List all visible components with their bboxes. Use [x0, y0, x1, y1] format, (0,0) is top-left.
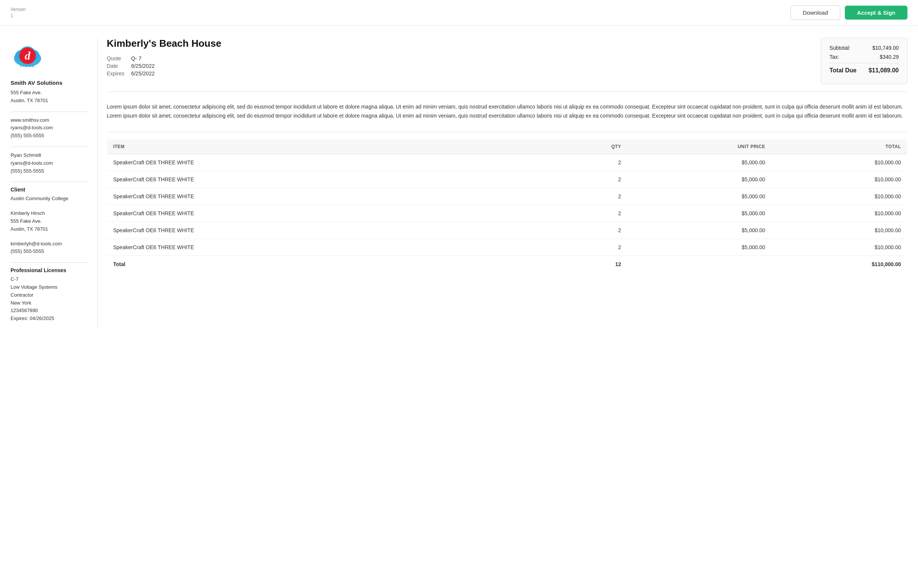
items-table: ITEM QTY UNIT PRICE TOTAL SpeakerCraft O… — [107, 139, 907, 273]
version-info: Version 1 — [11, 6, 26, 19]
address-line2: Austin, TX 78701 — [11, 97, 88, 105]
license-id: C-7 — [11, 276, 88, 283]
client-contact-info: kimberlyh@d-tools.com (555) 555-5555 — [11, 240, 88, 256]
tax-label: Tax: — [829, 54, 839, 60]
version-number: 1 — [11, 13, 26, 19]
doc-title-meta: Kimberly's Beach House Quote Q- 7 Date 6… — [107, 38, 222, 77]
subtotal-value: $10,749.00 — [873, 45, 899, 51]
download-button[interactable]: Download — [790, 5, 841, 20]
table-row: SpeakerCraft OE6 THREE WHITE 2 $5,000.00… — [107, 205, 907, 221]
company-contact: www.smithsv.com ryans@d-tools.com (555) … — [11, 116, 88, 140]
total-qty: 12 — [547, 255, 627, 273]
version-label: Version — [11, 6, 26, 13]
item-total: $10,000.00 — [771, 154, 907, 171]
item-total: $10,000.00 — [771, 171, 907, 188]
col-header-total: TOTAL — [771, 139, 907, 154]
item-unit-price: $5,000.00 — [627, 239, 771, 255]
tax-value: $340.29 — [879, 54, 899, 60]
table-row: SpeakerCraft OE6 THREE WHITE 2 $5,000.00… — [107, 221, 907, 239]
client-contact-name: Kimberly Hirsch — [11, 210, 88, 218]
expires-value: 6/25/2022 — [131, 70, 162, 77]
address-line1: 555 Fake Ave. — [11, 89, 88, 97]
accept-sign-button[interactable]: Accept & Sign — [845, 6, 907, 19]
item-name: SpeakerCraft OE6 THREE WHITE — [107, 171, 547, 188]
logo-area: d cloud — [11, 38, 88, 73]
item-name: SpeakerCraft OE6 THREE WHITE — [107, 188, 547, 205]
total-unit-price-empty — [627, 255, 771, 273]
company-website: www.smithsv.com — [11, 116, 88, 124]
main-container: d cloud Smith AV Solutions 555 Fake Ave.… — [0, 26, 918, 340]
sidebar-divider-3 — [11, 182, 88, 182]
doc-meta: Quote Q- 7 Date 6/25/2022 Expires 6/25/2… — [107, 55, 222, 77]
company-email: ryans@d-tools.com — [11, 124, 88, 132]
table-row: SpeakerCraft OE6 THREE WHITE 2 $5,000.00… — [107, 188, 907, 205]
rep-name: Ryan Schmidt — [11, 152, 88, 160]
table-row: SpeakerCraft OE6 THREE WHITE 2 $5,000.00… — [107, 154, 907, 171]
total-label: Total — [107, 255, 547, 273]
svg-text:d: d — [25, 49, 31, 62]
item-total: $10,000.00 — [771, 205, 907, 221]
total-value: $11,089.00 — [869, 67, 899, 74]
company-logo: d cloud — [11, 38, 44, 72]
subtotal-row: Subtotal: $10,749.00 — [829, 45, 899, 51]
total-amount: $110,000.00 — [771, 255, 907, 273]
doc-title: Kimberly's Beach House — [107, 38, 222, 49]
date-label: Date — [107, 62, 131, 70]
tax-row: Tax: $340.29 — [829, 54, 899, 60]
date-value: 6/25/2022 — [131, 62, 162, 70]
client-company: Austin Community College — [11, 195, 88, 203]
item-unit-price: $5,000.00 — [627, 221, 771, 239]
expires-label: Expires — [107, 70, 131, 77]
quote-label: Quote — [107, 55, 131, 62]
license-expires: Expires: 04/26/2025 — [11, 315, 88, 323]
item-name: SpeakerCraft OE6 THREE WHITE — [107, 154, 547, 171]
client-address1: 555 Fake Ave. — [11, 218, 88, 225]
item-name: SpeakerCraft OE6 THREE WHITE — [107, 221, 547, 239]
description-block: Lorem ipsum dolor sit amet, consectetur … — [107, 99, 907, 124]
top-bar-actions: Download Accept & Sign — [790, 5, 907, 20]
col-header-qty: QTY — [547, 139, 627, 154]
license-info: C-7 Low Voltage Systems Contractor New Y… — [11, 276, 88, 323]
item-qty: 2 — [547, 221, 627, 239]
total-row: Total 12 $110,000.00 — [107, 255, 907, 273]
item-name: SpeakerCraft OE6 THREE WHITE — [107, 205, 547, 221]
table-row: SpeakerCraft OE6 THREE WHITE 2 $5,000.00… — [107, 239, 907, 255]
item-qty: 2 — [547, 188, 627, 205]
subtotal-label: Subtotal: — [829, 45, 850, 51]
client-address2: Austin, TX 78701 — [11, 225, 88, 233]
client-company-name: Austin Community College — [11, 195, 88, 203]
item-qty: 2 — [547, 154, 627, 171]
rep-email: ryans@d-tools.com — [11, 160, 88, 167]
item-name: SpeakerCraft OE6 THREE WHITE — [107, 239, 547, 255]
company-phone: (555) 555-5555 — [11, 132, 88, 140]
col-header-unit-price: UNIT PRICE — [627, 139, 771, 154]
item-qty: 2 — [547, 171, 627, 188]
sidebar-divider-2 — [11, 147, 88, 147]
item-total: $10,000.00 — [771, 188, 907, 205]
item-qty: 2 — [547, 239, 627, 255]
company-address: 555 Fake Ave. Austin, TX 78701 — [11, 89, 88, 105]
item-unit-price: $5,000.00 — [627, 205, 771, 221]
total-label: Total Due — [829, 67, 856, 74]
col-header-item: ITEM — [107, 139, 547, 154]
client-contact: Kimberly Hirsch 555 Fake Ave. Austin, TX… — [11, 210, 88, 233]
sidebar-divider-4 — [11, 262, 88, 263]
table-row: SpeakerCraft OE6 THREE WHITE 2 $5,000.00… — [107, 171, 907, 188]
content-area: Kimberly's Beach House Quote Q- 7 Date 6… — [97, 38, 907, 330]
company-name: Smith AV Solutions — [11, 79, 88, 86]
client-phone: (555) 555-5555 — [11, 248, 88, 255]
item-qty: 2 — [547, 205, 627, 221]
item-unit-price: $5,000.00 — [627, 171, 771, 188]
license-type2: Contractor — [11, 291, 88, 299]
license-state: New York — [11, 299, 88, 307]
top-bar: Version 1 Download Accept & Sign — [0, 0, 918, 26]
sidebar-divider-1 — [11, 111, 88, 112]
licenses-section-title: Professional Licenses — [11, 267, 88, 273]
item-unit-price: $5,000.00 — [627, 188, 771, 205]
client-section-title: Client — [11, 187, 88, 192]
client-email: kimberlyh@d-tools.com — [11, 240, 88, 248]
section-divider-1 — [107, 92, 907, 92]
summary-box: Subtotal: $10,749.00 Tax: $340.29 Total … — [821, 38, 907, 84]
license-number: 1234567890 — [11, 307, 88, 315]
item-total: $10,000.00 — [771, 221, 907, 239]
